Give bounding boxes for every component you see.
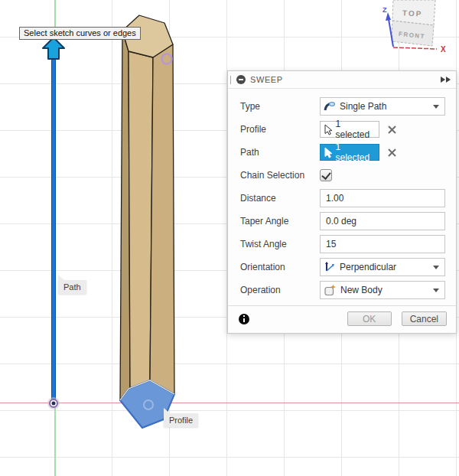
chain-selection-row: Chain Selection — [240, 166, 445, 184]
status-tooltip: Select sketch curves or edges — [19, 27, 141, 40]
x-axis-indicator — [393, 47, 437, 49]
type-value: Single Path — [340, 101, 386, 112]
twist-angle-label: Twist Angle — [240, 239, 320, 249]
operation-label: Operation — [240, 285, 320, 295]
orientation-row: Orientation Perpendicular — [240, 258, 445, 276]
dialog-grip[interactable] — [230, 76, 231, 84]
type-row: Type Single Path — [240, 97, 445, 116]
path-row: Path 1 selected — [240, 143, 445, 161]
taper-angle-input[interactable] — [320, 212, 445, 230]
type-dropdown[interactable]: Single Path — [320, 97, 445, 116]
path-select-button[interactable]: 1 selected — [320, 144, 379, 161]
dialog-title: SWEEP — [250, 75, 283, 84]
fusion-viewport: Select sketch curves or edges Path Profi… — [0, 0, 459, 476]
profile-label: Profile — [240, 124, 320, 135]
distance-label: Distance — [240, 193, 320, 204]
orientation-perpendicular-icon — [324, 261, 336, 273]
profile-row: Profile 1 selected — [240, 120, 445, 139]
chain-selection-checkbox[interactable] — [320, 169, 332, 181]
z-axis-label: Z — [382, 6, 387, 14]
path-origin-point[interactable] — [44, 394, 63, 412]
orientation-value: Perpendicular — [340, 262, 396, 272]
twist-angle-input[interactable] — [320, 235, 445, 253]
twist-angle-row: Twist Angle — [240, 235, 445, 253]
new-body-icon — [324, 284, 337, 296]
profile-select-button[interactable]: 1 selected — [320, 121, 379, 138]
collapse-icon[interactable] — [236, 75, 246, 84]
info-icon[interactable] — [239, 314, 249, 324]
orientation-dropdown[interactable]: Perpendicular — [320, 258, 445, 276]
type-label: Type — [240, 101, 320, 112]
sweep-dialog-header[interactable]: SWEEP — [228, 71, 456, 89]
chevron-down-icon — [433, 105, 439, 112]
ok-button[interactable]: OK — [347, 311, 392, 326]
profile-clear-icon[interactable] — [388, 126, 396, 134]
distance-input[interactable] — [320, 189, 445, 207]
path-label: Path — [240, 147, 320, 158]
x-axis-line — [0, 403, 459, 403]
view-cube-top-label[interactable]: TOP — [402, 8, 423, 18]
sweep-path-line[interactable] — [51, 57, 56, 404]
taper-angle-label: Taper Angle — [240, 216, 320, 227]
sweep-single-path-icon — [324, 100, 336, 112]
operation-value: New Body — [340, 285, 382, 295]
sweep-dialog: SWEEP Type Single Path — [227, 70, 457, 334]
view-cube[interactable]: TOP FRONT Z X — [380, 0, 459, 61]
distance-row: Distance — [240, 189, 445, 207]
x-axis-label: X — [441, 45, 446, 54]
path-clear-icon[interactable] — [388, 148, 396, 157]
fast-forward-icon[interactable] — [440, 77, 451, 83]
chevron-down-icon — [433, 266, 439, 272]
operation-dropdown[interactable]: New Body — [320, 281, 445, 299]
cancel-button[interactable]: Cancel — [402, 311, 447, 326]
cursor-select-icon — [324, 124, 333, 135]
operation-row: Operation New Body — [240, 281, 445, 299]
taper-angle-row: Taper Angle — [240, 212, 445, 230]
path-tag: Path — [58, 280, 86, 294]
dialog-footer: OK Cancel — [228, 305, 456, 333]
cursor-select-icon — [324, 147, 333, 158]
orientation-label: Orientation — [240, 262, 320, 272]
path-selected-count: 1 selected — [336, 142, 376, 163]
chevron-down-icon — [433, 289, 439, 295]
chain-selection-label: Chain Selection — [240, 170, 320, 181]
profile-tag: Profile — [164, 413, 198, 427]
profile-selected-count: 1 selected — [336, 119, 376, 140]
